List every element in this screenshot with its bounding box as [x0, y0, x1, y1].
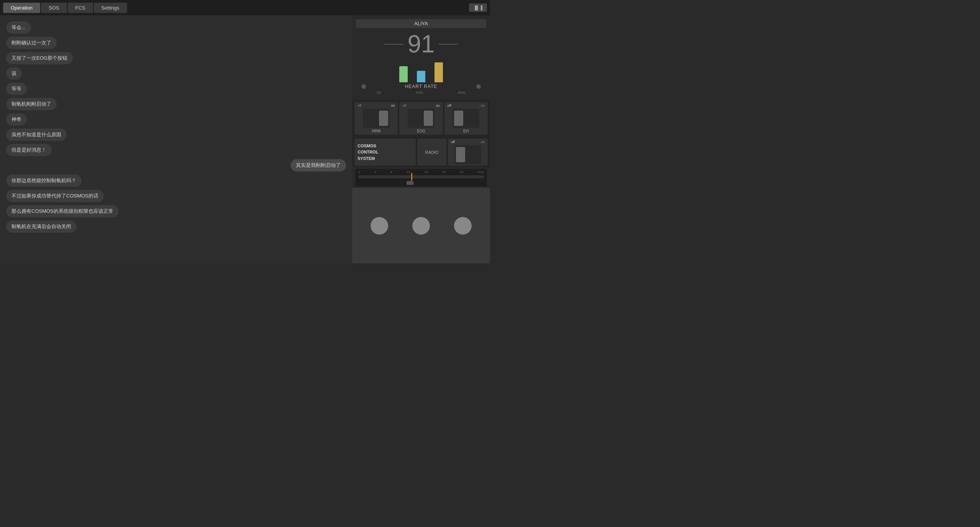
chat-message-9: 但是是好消息！ [6, 144, 52, 156]
bar-h2o-fill [417, 71, 425, 82]
chat-message-10: 其实是我刚刚启动了 [291, 159, 346, 171]
chat-message-6: 制氧机刚刚启动了 [6, 98, 57, 110]
eog-name: EOG [417, 129, 425, 133]
chat-message-12: 不过如果你成功替代掉了COSMOS的话 [6, 190, 104, 202]
aliya-section: ALIYA 91 HEART RATE [352, 15, 490, 100]
freq-label-26: 26 [442, 170, 446, 174]
radio-toggle-header: off on [449, 140, 486, 144]
cosmos-line2: CONTROL [358, 150, 378, 154]
toggle-eh-header: off on [446, 104, 486, 108]
circle-button-1[interactable] [371, 217, 388, 235]
freq-label-4: 4 [374, 170, 376, 174]
bottom-right-panel [352, 188, 490, 263]
bar-eng [434, 62, 443, 82]
eog-switch[interactable] [408, 109, 434, 128]
hrm-off-label: off [358, 104, 361, 108]
tab-settings[interactable]: Settings [94, 3, 127, 13]
freq-label-8: 8 [390, 170, 392, 174]
freq-track[interactable] [358, 175, 484, 178]
cosmos-line3: SYSTEM [358, 156, 375, 161]
cosmos-line1: COSMOS [358, 144, 376, 148]
bar-o2 [399, 66, 408, 82]
hrm-knob [379, 111, 388, 126]
heart-rate-display: 91 [356, 32, 486, 56]
heart-rate-number: 91 [407, 32, 434, 56]
main-content: 等会...刚刚确认过一次了又按了一次EOG那个按钮该等等制氧机刚刚启动了神奇虽然… [0, 15, 490, 263]
hrm-switch[interactable] [363, 109, 390, 128]
tab-operation[interactable]: Operation [3, 3, 40, 13]
radio-label-box: RADIO [417, 139, 447, 166]
hr-label-row: HEART RATE [356, 84, 486, 89]
chat-message-5: 等等 [6, 83, 27, 95]
chat-message-13: 那么拥有COSMOS的系统级别权限也应该正常 [6, 205, 119, 217]
hrm-on-label: on [391, 104, 395, 108]
chat-message-7: 神奇 [6, 113, 27, 126]
radio-label: RADIO [425, 150, 439, 155]
freq-thumb[interactable] [407, 181, 413, 185]
circle-button-3[interactable] [454, 217, 472, 235]
freq-scale: 2 4 8 12 18 26 40 GHz [358, 170, 484, 174]
freq-label-2: 2 [358, 170, 360, 174]
cosmos-label-box: COSMOS CONTROL SYSTEM [354, 139, 416, 166]
toggles-section: off on HRM off on EOG [352, 100, 490, 137]
toggle-eog-header: off on [401, 104, 441, 108]
heart-rate-label: HEART RATE [405, 84, 438, 89]
eh-on-label: on [481, 104, 485, 108]
bar-h2o [417, 71, 425, 82]
cosmos-text: COSMOS CONTROL SYSTEM [358, 143, 413, 162]
chat-message-1: 等会... [6, 21, 31, 34]
freq-unit: GHz [478, 170, 484, 174]
radio-knob [456, 147, 465, 162]
freq-bar[interactable]: 2 4 8 12 18 26 40 GHz [355, 169, 487, 186]
eog-off-label: off [402, 104, 406, 108]
bar-eng-fill [434, 62, 443, 82]
eh-knob [454, 111, 463, 126]
hr-line-left [384, 44, 403, 44]
eh-switch[interactable] [452, 109, 479, 128]
freq-marker [411, 173, 412, 181]
freq-section: 2 4 8 12 18 26 40 GHz [352, 167, 490, 188]
toggle-eh: off on EH [444, 102, 488, 135]
right-panel: ALIYA 91 HEART RATE [352, 15, 490, 263]
bar-label-o2: O2 [377, 91, 381, 95]
aliya-title: ALIYA [356, 19, 486, 28]
chat-message-14: 制氧机在充满后会自动关闭 [6, 220, 77, 233]
top-nav: Operation SOS FCS Settings ▐▌▐ [0, 0, 490, 15]
bar-label-h2o: H2O [416, 91, 423, 95]
chat-area[interactable]: 等会...刚刚确认过一次了又按了一次EOG那个按钮该等等制氧机刚刚启动了神奇虽然… [0, 15, 352, 263]
eh-name: EH [463, 129, 469, 133]
radio-on-label: on [481, 140, 485, 144]
eog-on-label: on [436, 104, 440, 108]
freq-label-12: 12 [407, 170, 410, 174]
chat-message-8: 虽然不知道是什么原因 [6, 129, 67, 141]
nav-right-button[interactable]: ▐▌▐ [469, 3, 487, 12]
tab-sos[interactable]: SOS [41, 3, 67, 13]
tab-fcs[interactable]: FCS [68, 3, 93, 13]
cosmos-row: COSMOS CONTROL SYSTEM RADIO off on [352, 137, 490, 167]
toggle-eog: off on EOG [399, 102, 443, 135]
hr-line-right [439, 44, 458, 44]
chat-message-4: 该 [6, 67, 22, 80]
radio-switch[interactable] [454, 145, 481, 164]
bar-label-eng: ENG [458, 91, 466, 95]
toggle-hrm: off on HRM [354, 102, 398, 135]
bar-o2-fill [399, 66, 408, 82]
hrm-name: HRM [372, 129, 381, 133]
hr-toggle-right[interactable] [476, 84, 481, 89]
hr-toggle-left[interactable] [361, 84, 366, 89]
chat-message-3: 又按了一次EOG那个按钮 [6, 52, 73, 64]
freq-label-40: 40 [460, 170, 463, 174]
chat-message-2: 刚刚确认过一次了 [6, 37, 57, 49]
freq-label-18: 18 [425, 170, 428, 174]
chat-message-11: 你那边居然能控制制氧机吗？ [6, 175, 82, 187]
radio-toggle-box: off on [448, 139, 488, 166]
eh-off-label: off [448, 104, 451, 108]
toggle-hrm-header: off on [356, 104, 396, 108]
circle-button-2[interactable] [412, 217, 430, 235]
eog-knob [424, 111, 433, 126]
radio-off-label: off [451, 140, 455, 144]
